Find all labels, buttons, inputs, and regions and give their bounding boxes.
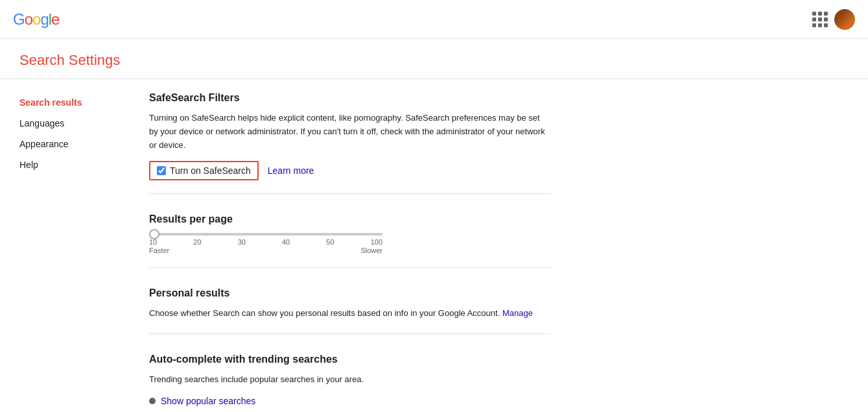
show-popular-searches-option[interactable]: Show popular searches — [161, 396, 255, 406]
safesearch-checkbox[interactable] — [157, 166, 166, 175]
sidebar-item-help[interactable]: Help — [0, 154, 123, 175]
content-area: SafeSearch Filters Turning on SafeSearch… — [123, 79, 577, 412]
avatar[interactable] — [834, 9, 855, 30]
safesearch-section: SafeSearch Filters Turning on SafeSearch… — [149, 92, 551, 194]
slider-hint-row: Faster Slower — [149, 247, 382, 254]
main-layout: Search results Languages Appearance Help… — [0, 79, 868, 412]
safesearch-title: SafeSearch Filters — [149, 92, 551, 104]
header-right — [812, 9, 855, 30]
logo-o1: o — [25, 10, 32, 28]
manage-link[interactable]: Manage — [502, 308, 533, 318]
logo-g2: g — [40, 10, 48, 28]
results-per-page-title: Results per page — [149, 213, 551, 225]
apps-icon[interactable] — [812, 12, 828, 27]
sidebar-item-languages[interactable]: Languages — [0, 113, 123, 134]
slider-section: 10 20 30 40 50 100 Faster Slower — [149, 233, 551, 254]
google-logo[interactable]: Google — [13, 10, 59, 29]
autocomplete-description: Trending searches include popular search… — [149, 373, 551, 387]
autocomplete-section: Auto-complete with trending searches Tre… — [149, 354, 551, 412]
logo-g: G — [13, 10, 25, 28]
results-per-page-slider[interactable] — [149, 233, 382, 236]
personal-results-description: Choose whether Search can show you perso… — [149, 307, 551, 321]
results-per-page-section: Results per page 10 20 30 40 50 100 Fast… — [149, 213, 551, 268]
slider-wrapper — [149, 233, 551, 236]
page-title-bar: Search Settings — [0, 39, 868, 79]
autocomplete-radio-row: Show popular searches — [149, 396, 551, 406]
safesearch-row: Turn on SafeSearch Learn more — [149, 161, 551, 180]
sidebar: Search results Languages Appearance Help — [0, 79, 123, 412]
header: Google — [0, 0, 868, 39]
safesearch-checkbox-label: Turn on SafeSearch — [170, 165, 251, 176]
sidebar-item-appearance[interactable]: Appearance — [0, 134, 123, 154]
page-title: Search Settings — [19, 52, 849, 69]
personal-results-title: Personal results — [149, 287, 551, 299]
slider-hint-slower: Slower — [360, 247, 382, 254]
personal-results-section: Personal results Choose whether Search c… — [149, 287, 551, 334]
logo-e: e — [51, 10, 59, 28]
radio-dot-icon — [149, 398, 156, 404]
personal-results-text: Choose whether Search can show you perso… — [149, 308, 500, 318]
slider-hint-faster: Faster — [149, 247, 169, 254]
logo-o2: o — [32, 10, 40, 28]
sidebar-item-search-results[interactable]: Search results — [0, 92, 123, 113]
autocomplete-title: Auto-complete with trending searches — [149, 354, 551, 365]
safesearch-description: Turning on SafeSearch helps hide explici… — [149, 112, 551, 152]
learn-more-link[interactable]: Learn more — [268, 165, 314, 176]
safesearch-checkbox-container[interactable]: Turn on SafeSearch — [149, 161, 259, 180]
